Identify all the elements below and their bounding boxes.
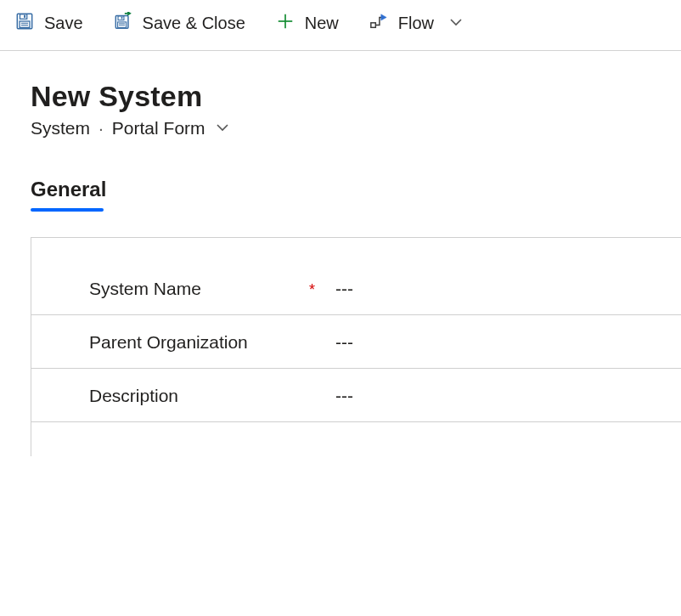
form-selector[interactable]: System · Portal Form [31,118,229,138]
flow-label: Flow [398,14,434,31]
entity-name: System [31,118,90,138]
chevron-down-icon [449,14,463,31]
field-label: Description [89,386,335,406]
save-label: Save [44,14,83,31]
svg-rect-7 [118,16,124,20]
new-button[interactable]: New [276,12,339,33]
form-panel: System Name * --- Parent Organization --… [31,237,681,456]
tab-strip: General [0,138,681,212]
save-close-icon [114,12,132,33]
required-marker: * [309,281,315,299]
field-label: System Name * [89,279,335,299]
form-name: Portal Form [112,118,205,138]
save-button[interactable]: Save [15,12,83,33]
svg-rect-2 [24,15,25,18]
new-label: New [305,14,339,31]
field-value[interactable]: --- [335,386,353,406]
field-value[interactable]: --- [335,279,353,299]
save-icon [15,12,34,33]
page-header: New System System · Portal Form [0,51,681,138]
breadcrumb-separator: · [98,118,104,138]
field-system-name[interactable]: System Name * --- [31,262,681,315]
field-label-text: Parent Organization [89,332,248,353]
flow-button[interactable]: Flow [369,12,463,33]
field-value[interactable]: --- [335,332,353,353]
command-bar: Save Save & Close New [0,0,681,51]
flow-icon [369,12,388,33]
svg-rect-3 [20,21,30,27]
save-close-label: Save & Close [143,14,245,31]
chevron-down-icon [216,118,229,138]
page-title: New System [31,80,650,113]
save-close-button[interactable]: Save & Close [114,12,245,33]
svg-rect-1 [20,14,27,20]
svg-rect-14 [371,23,376,28]
field-label: Parent Organization [89,332,335,353]
field-label-text: System Name [89,279,201,299]
field-label-text: Description [89,386,178,406]
field-parent-organization[interactable]: Parent Organization --- [31,315,681,369]
tab-general[interactable]: General [31,178,106,210]
field-description[interactable]: Description --- [31,369,681,422]
plus-icon [276,12,295,33]
svg-rect-8 [121,17,122,20]
